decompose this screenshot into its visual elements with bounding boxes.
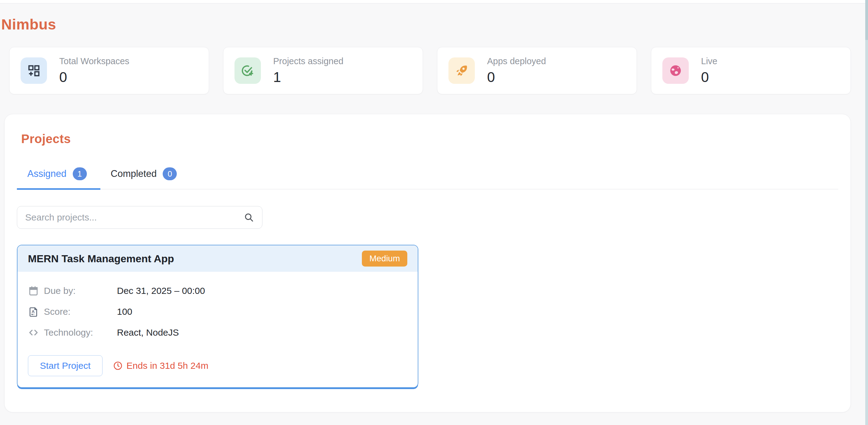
deadline: Ends in 31d 5h 24m <box>113 361 208 371</box>
project-card-body: Due by: Dec 31, 2025 – 00:00 A Score: 10… <box>18 272 418 338</box>
code-icon <box>28 327 44 338</box>
tab-count-badge: 0 <box>163 168 177 180</box>
tab-label: Assigned <box>27 168 67 179</box>
project-search <box>17 206 262 229</box>
project-card-footer: Start Project Ends in 31d 5h 24m <box>18 348 418 387</box>
tab-count-badge: 1 <box>73 168 87 180</box>
deadline-text: Ends in 31d 5h 24m <box>126 361 208 371</box>
tab-label: Completed <box>111 168 157 179</box>
globe-icon <box>662 57 689 84</box>
detail-value: React, NodeJS <box>117 327 179 338</box>
project-title: MERN Task Management App <box>28 253 174 265</box>
score-icon: A <box>28 306 44 317</box>
stat-label: Live <box>701 56 717 66</box>
detail-label: Technology: <box>44 327 117 338</box>
detail-value: 100 <box>117 306 132 317</box>
tab-completed[interactable]: Completed 0 <box>100 168 191 190</box>
app-title: Nimbus <box>1 16 868 33</box>
detail-row-score: A Score: 100 <box>28 306 407 317</box>
stats-row: Total Workspaces 0 Projects assigned 1 <box>9 47 851 94</box>
start-project-button[interactable]: Start Project <box>28 355 102 376</box>
rocket-icon <box>448 57 475 84</box>
projects-panel: Projects Assigned 1 Completed 0 MERN Tas… <box>4 114 851 413</box>
detail-row-technology: Technology: React, NodeJS <box>28 327 407 338</box>
project-card: MERN Task Management App Medium Due by: … <box>17 245 418 388</box>
page-scrollbar[interactable] <box>865 0 868 425</box>
projects-title: Projects <box>21 132 838 146</box>
grid-plus-icon <box>21 57 47 84</box>
clock-icon <box>113 361 123 371</box>
stat-label: Projects assigned <box>273 56 343 66</box>
difficulty-badge: Medium <box>362 250 407 267</box>
project-card-header: MERN Task Management App Medium <box>18 245 418 272</box>
stat-card-total-workspaces: Total Workspaces 0 <box>9 47 209 94</box>
stat-card-live: Live 0 <box>651 47 851 94</box>
detail-label: Due by: <box>44 285 117 296</box>
stat-value: 0 <box>701 69 717 85</box>
check-plus-icon <box>235 57 261 84</box>
detail-value: Dec 31, 2025 – 00:00 <box>117 285 205 296</box>
calendar-icon <box>28 285 44 296</box>
scrollbar-thumb[interactable] <box>865 0 868 40</box>
search-input[interactable] <box>17 206 262 229</box>
stat-value: 0 <box>59 69 129 85</box>
detail-row-due-by: Due by: Dec 31, 2025 – 00:00 <box>28 285 407 296</box>
svg-text:A: A <box>32 309 35 314</box>
projects-tabs: Assigned 1 Completed 0 <box>17 168 838 189</box>
top-bar <box>0 0 868 4</box>
search-icon <box>243 212 254 224</box>
detail-label: Score: <box>44 306 117 317</box>
stat-value: 1 <box>273 69 343 85</box>
stat-label: Total Workspaces <box>59 56 129 66</box>
stat-value: 0 <box>487 69 546 85</box>
tab-assigned[interactable]: Assigned 1 <box>17 168 100 190</box>
stat-card-projects-assigned: Projects assigned 1 <box>223 47 423 94</box>
stat-label: Apps deployed <box>487 56 546 66</box>
stat-card-apps-deployed: Apps deployed 0 <box>437 47 637 94</box>
